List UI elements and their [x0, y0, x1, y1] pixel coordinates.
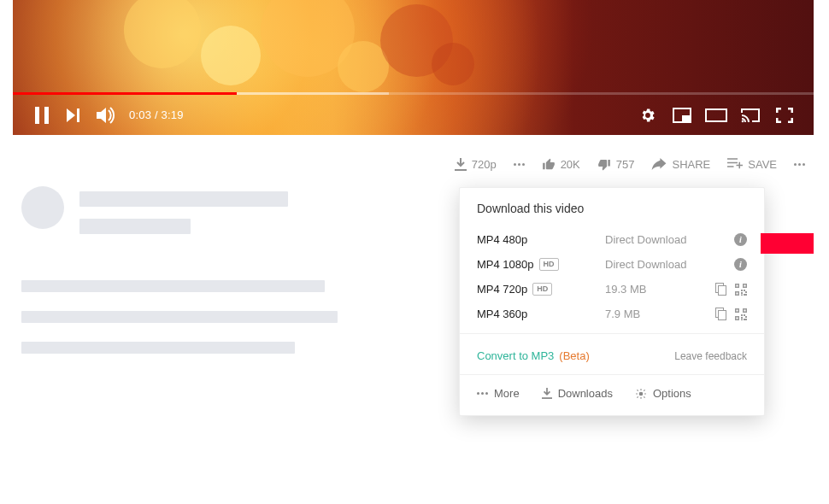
dots-horizontal-icon [514, 163, 525, 166]
dots-horizontal-icon [794, 163, 805, 166]
skeleton-line [21, 280, 325, 292]
svg-rect-12 [727, 166, 734, 167]
download-option-row[interactable]: MP4 360p7.9 MB [460, 302, 764, 326]
thumbs-down-icon [597, 158, 611, 171]
copy-icon[interactable] [715, 283, 726, 296]
svg-rect-44 [741, 319, 743, 320]
theater-button[interactable] [699, 95, 733, 135]
skeleton-line [21, 342, 295, 354]
svg-rect-1 [44, 107, 49, 124]
svg-rect-25 [745, 291, 747, 293]
next-icon [67, 108, 82, 122]
fullscreen-button[interactable] [767, 95, 802, 135]
dislike-count: 757 [616, 158, 635, 171]
svg-rect-9 [455, 169, 467, 171]
svg-rect-35 [744, 309, 746, 311]
download-format: MP4 1080p [477, 258, 534, 271]
download-quality-label: 720p [472, 158, 497, 171]
svg-rect-24 [744, 290, 745, 291]
download-option-row[interactable]: MP4 720pHD19.3 MB [460, 277, 764, 302]
download-option-row[interactable]: MP4 1080pHDDirect Downloadi [460, 252, 764, 277]
leave-feedback-link[interactable]: Leave feedback [674, 350, 747, 362]
next-button[interactable] [59, 95, 90, 135]
save-button[interactable]: SAVE [727, 154, 777, 174]
convert-mp3-link[interactable]: Convert to MP3 [477, 349, 554, 362]
svg-rect-38 [741, 314, 743, 316]
svg-rect-7 [706, 109, 726, 121]
svg-rect-14 [737, 165, 744, 167]
svg-rect-20 [744, 284, 746, 286]
copy-icon[interactable] [715, 308, 726, 320]
svg-rect-28 [745, 294, 747, 296]
cast-icon [741, 108, 760, 123]
subscribe-button[interactable] [761, 233, 814, 254]
skeleton-line [79, 191, 288, 207]
panel-more-button[interactable]: More [477, 387, 520, 400]
svg-rect-41 [741, 317, 743, 319]
download-panel: Download this video MP4 480pDirect Downl… [459, 187, 765, 416]
download-option-row[interactable]: MP4 480pDirect Downloadi [460, 227, 764, 252]
panel-downloads-button[interactable]: Downloads [542, 387, 613, 400]
svg-rect-43 [745, 319, 747, 320]
theater-icon [705, 108, 727, 122]
svg-rect-10 [727, 158, 738, 160]
svg-rect-0 [35, 107, 39, 124]
download-info: 7.9 MB [605, 308, 715, 320]
gear-outline-icon [635, 388, 647, 400]
gear-icon [639, 107, 656, 124]
pause-icon [34, 107, 50, 124]
download-quality-button[interactable]: 720p [455, 154, 497, 174]
panel-options-label: Options [653, 387, 691, 400]
svg-rect-31 [719, 311, 726, 320]
hd-badge: HD [539, 258, 559, 271]
panel-options-button[interactable]: Options [635, 387, 691, 400]
thumbs-up-icon [542, 158, 556, 171]
info-icon[interactable]: i [734, 258, 747, 271]
volume-icon [97, 107, 117, 124]
download-format: MP4 360p [477, 308, 527, 320]
svg-rect-11 [727, 162, 738, 164]
download-menu-button[interactable] [514, 154, 525, 174]
player-controls: 0:03 / 3:19 [13, 95, 814, 135]
download-info: Direct Download [605, 233, 734, 246]
volume-button[interactable] [90, 95, 124, 135]
qr-icon[interactable] [735, 308, 747, 320]
download-info: 19.3 MB [605, 283, 715, 296]
download-panel-title: Download this video [460, 188, 764, 227]
svg-rect-16 [719, 286, 726, 296]
skeleton-line [21, 311, 338, 323]
svg-rect-22 [737, 292, 738, 294]
panel-downloads-label: Downloads [558, 387, 613, 400]
channel-avatar [21, 186, 64, 229]
pause-button[interactable] [25, 95, 59, 135]
svg-rect-45 [542, 397, 552, 399]
more-actions-button[interactable] [794, 154, 805, 174]
svg-rect-6 [682, 115, 690, 121]
svg-marker-4 [97, 108, 106, 123]
like-button[interactable]: 20K [542, 154, 580, 174]
download-icon [455, 158, 467, 171]
hd-badge: HD [532, 283, 552, 296]
qr-icon[interactable] [735, 284, 747, 296]
svg-point-8 [742, 120, 744, 122]
svg-rect-39 [744, 314, 745, 316]
settings-button[interactable] [631, 95, 665, 135]
svg-rect-40 [745, 316, 747, 318]
info-icon[interactable]: i [734, 233, 747, 246]
time-display: 0:03 / 3:19 [129, 108, 184, 121]
share-icon [651, 158, 667, 170]
video-info-skeleton [13, 190, 432, 372]
dislike-button[interactable]: 757 [597, 154, 635, 174]
beta-badge: (Beta) [559, 349, 589, 362]
save-label: SAVE [748, 158, 777, 171]
dots-horizontal-icon [477, 392, 488, 395]
miniplayer-button[interactable] [665, 95, 699, 135]
download-format: MP4 720p [477, 283, 527, 296]
video-player[interactable]: 0:03 / 3:19 [13, 0, 814, 135]
fullscreen-icon [776, 108, 793, 123]
svg-rect-37 [737, 317, 738, 319]
svg-rect-42 [744, 319, 745, 320]
cast-button[interactable] [733, 95, 767, 135]
share-button[interactable]: SHARE [651, 154, 710, 174]
like-count: 20K [561, 158, 580, 171]
